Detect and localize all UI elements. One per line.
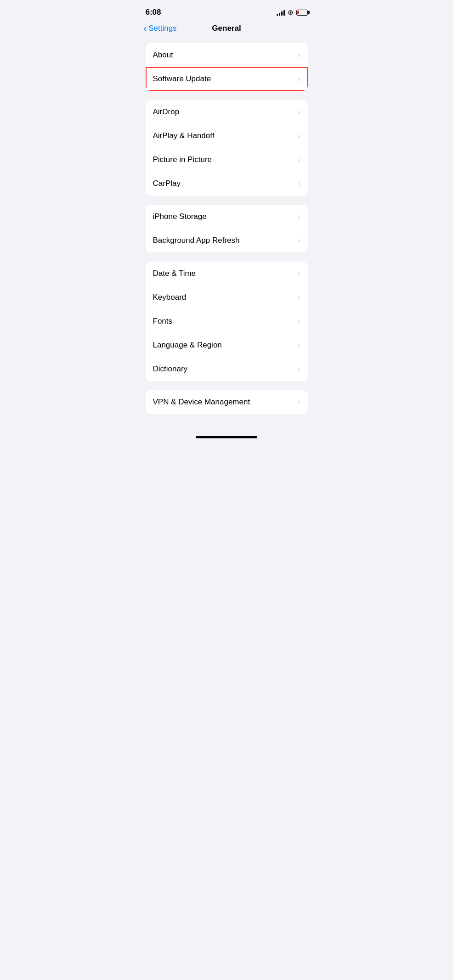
picture-in-picture-item[interactable]: Picture in Picture ›	[146, 148, 308, 172]
software-update-chevron-icon: ›	[298, 74, 300, 84]
back-label: Settings	[148, 24, 176, 33]
battery-icon	[296, 10, 308, 16]
settings-content: About › Software Update › AirDrop › AirP…	[136, 39, 317, 428]
dictionary-item[interactable]: Dictionary ›	[146, 357, 308, 381]
date-time-chevron-icon: ›	[298, 269, 300, 278]
status-icons: ⊛	[277, 8, 308, 17]
iphone-storage-label: iPhone Storage	[153, 212, 207, 221]
date-time-item[interactable]: Date & Time ›	[146, 262, 308, 286]
airdrop-label: AirDrop	[153, 107, 180, 117]
about-label: About	[153, 50, 173, 60]
vpn-device-management-label: VPN & Device Management	[153, 398, 250, 407]
language-region-label: Language & Region	[153, 341, 222, 350]
about-chevron-icon: ›	[298, 50, 300, 60]
picture-in-picture-chevron-icon: ›	[298, 155, 300, 164]
carplay-chevron-icon: ›	[298, 179, 300, 188]
fonts-chevron-icon: ›	[298, 317, 300, 326]
software-update-label: Software Update	[153, 74, 211, 84]
back-chevron-icon: ‹	[144, 23, 147, 34]
dictionary-chevron-icon: ›	[298, 364, 300, 374]
section-4: Date & Time › Keyboard › Fonts › Languag…	[146, 262, 308, 381]
airdrop-item[interactable]: AirDrop ›	[146, 100, 308, 124]
home-indicator	[136, 432, 317, 442]
vpn-device-management-chevron-icon: ›	[298, 398, 300, 407]
airplay-handoff-label: AirPlay & Handoff	[153, 131, 215, 140]
airplay-handoff-chevron-icon: ›	[298, 131, 300, 140]
dictionary-label: Dictionary	[153, 364, 188, 374]
carplay-label: CarPlay	[153, 179, 181, 188]
airdrop-chevron-icon: ›	[298, 107, 300, 117]
fonts-label: Fonts	[153, 317, 173, 326]
signal-icon	[277, 9, 285, 16]
wifi-icon: ⊛	[288, 8, 294, 17]
background-app-refresh-label: Background App Refresh	[153, 236, 240, 245]
section-2: AirDrop › AirPlay & Handoff › Picture in…	[146, 100, 308, 196]
date-time-label: Date & Time	[153, 269, 196, 278]
section-3: iPhone Storage › Background App Refresh …	[146, 205, 308, 252]
iphone-storage-item[interactable]: iPhone Storage ›	[146, 205, 308, 229]
background-app-refresh-item[interactable]: Background App Refresh ›	[146, 229, 308, 252]
about-item[interactable]: About ›	[146, 43, 308, 67]
back-button[interactable]: ‹ Settings	[144, 23, 177, 34]
keyboard-item[interactable]: Keyboard ›	[146, 286, 308, 309]
airplay-handoff-item[interactable]: AirPlay & Handoff ›	[146, 124, 308, 148]
fonts-item[interactable]: Fonts ›	[146, 309, 308, 333]
background-app-refresh-chevron-icon: ›	[298, 236, 300, 245]
home-bar	[196, 436, 257, 438]
keyboard-label: Keyboard	[153, 293, 187, 302]
language-region-item[interactable]: Language & Region ›	[146, 333, 308, 357]
vpn-device-management-item[interactable]: VPN & Device Management ›	[146, 390, 308, 414]
keyboard-chevron-icon: ›	[298, 293, 300, 302]
iphone-storage-chevron-icon: ›	[298, 212, 300, 221]
status-bar: 6:08 ⊛	[136, 0, 317, 22]
status-time: 6:08	[146, 8, 161, 17]
language-region-chevron-icon: ›	[298, 341, 300, 350]
section-5: VPN & Device Management ›	[146, 390, 308, 414]
picture-in-picture-label: Picture in Picture	[153, 155, 212, 164]
section-1: About › Software Update ›	[146, 43, 308, 91]
page-title: General	[212, 24, 241, 33]
software-update-item[interactable]: Software Update ›	[146, 67, 308, 91]
carplay-item[interactable]: CarPlay ›	[146, 172, 308, 196]
nav-bar: ‹ Settings General	[136, 22, 317, 39]
